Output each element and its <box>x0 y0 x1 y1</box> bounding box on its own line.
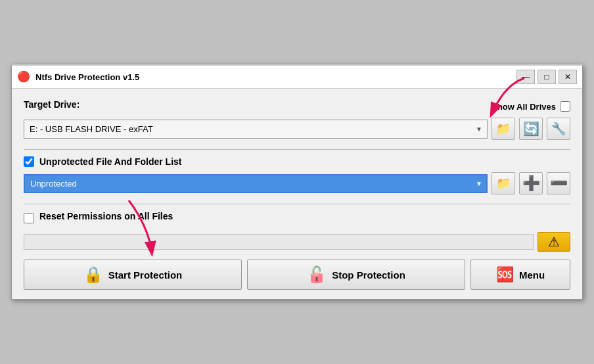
separator-1 <box>24 149 570 150</box>
unprotected-section-label: Unprotected File And Folder List <box>39 156 182 167</box>
warning-icon: ⚠ <box>548 234 560 250</box>
separator-2 <box>24 204 570 204</box>
show-all-drives-group: Show All Drives <box>491 101 570 112</box>
close-button[interactable]: ✕ <box>559 70 577 84</box>
add-item-button[interactable]: ➕ <box>519 172 543 194</box>
target-drive-row: E: - USB FLASH DRIVE - exFAT ▼ 📁 🔄 🔧 <box>24 118 570 140</box>
main-window: 🔴 Ntfs Drive Protection v1.5 — □ ✕ Targe… <box>11 64 583 300</box>
settings-button[interactable]: 🔧 <box>547 118 570 140</box>
unprotected-label-row: Unprotected File And Folder List <box>24 156 570 167</box>
add-icon: ➕ <box>522 175 540 192</box>
refresh-icon: 🔄 <box>523 121 539 137</box>
progress-bar-background <box>24 234 534 250</box>
stop-protection-label: Stop Protection <box>332 269 405 281</box>
lock-red-icon: 🔓 <box>307 265 327 284</box>
remove-icon: ➖ <box>550 175 568 192</box>
reset-permissions-checkbox[interactable] <box>24 213 34 223</box>
start-protection-button[interactable]: 🔒 Start Protection <box>24 260 242 290</box>
open-folder-button[interactable]: 📁 <box>491 118 515 140</box>
lock-green-icon: 🔒 <box>83 265 103 284</box>
bottom-section: 🔒 Start Protection 🔓 Stop Protection 🆘 M… <box>24 260 570 290</box>
unprotected-dropdown[interactable]: Unprotected <box>24 174 488 193</box>
target-drive-header: Target Drive: Show All Drives <box>24 99 570 114</box>
progress-area: ⚠ <box>24 232 570 252</box>
target-drive-label: Target Drive: <box>24 99 80 110</box>
menu-icon: 🆘 <box>496 266 514 283</box>
window-controls: — □ ✕ <box>516 70 577 84</box>
menu-button[interactable]: 🆘 Menu <box>470 260 570 290</box>
menu-label: Menu <box>519 269 545 281</box>
drive-dropdown[interactable]: E: - USB FLASH DRIVE - exFAT <box>24 120 488 139</box>
unprotected-checkbox[interactable] <box>24 156 34 167</box>
unprotected-dropdown-wrapper: Unprotected ▼ <box>24 174 488 193</box>
maximize-button[interactable]: □ <box>537 70 556 84</box>
reset-permissions-row: Reset Permissions on All Files <box>24 211 570 225</box>
folder-icon: 📁 <box>496 122 511 136</box>
warning-button[interactable]: ⚠ <box>537 232 570 252</box>
unprotected-row: Unprotected ▼ 📁 ➕ ➖ <box>24 172 570 194</box>
start-protection-label: Start Protection <box>108 269 183 281</box>
title-bar: 🔴 Ntfs Drive Protection v1.5 — □ ✕ <box>12 66 582 89</box>
content-area: Target Drive: Show All Drives E: - USB F… <box>12 89 582 299</box>
window-title: Ntfs Drive Protection v1.5 <box>35 72 516 82</box>
list-folder-icon: 📁 <box>496 176 511 191</box>
list-folder-button[interactable]: 📁 <box>491 172 515 194</box>
app-icon: 🔴 <box>17 70 30 83</box>
show-all-drives-label: Show All Drives <box>491 102 556 112</box>
refresh-button[interactable]: 🔄 <box>519 118 543 140</box>
bottom-buttons-row: 🔒 Start Protection 🔓 Stop Protection 🆘 M… <box>24 260 570 290</box>
drive-dropdown-wrapper: E: - USB FLASH DRIVE - exFAT ▼ <box>24 120 488 139</box>
stop-protection-button[interactable]: 🔓 Stop Protection <box>247 260 465 290</box>
reset-permissions-label: Reset Permissions on All Files <box>39 211 173 221</box>
minimize-button[interactable]: — <box>516 70 535 84</box>
show-all-drives-checkbox[interactable] <box>560 101 570 112</box>
remove-item-button[interactable]: ➖ <box>547 172 570 194</box>
tools-icon: 🔧 <box>551 122 566 136</box>
